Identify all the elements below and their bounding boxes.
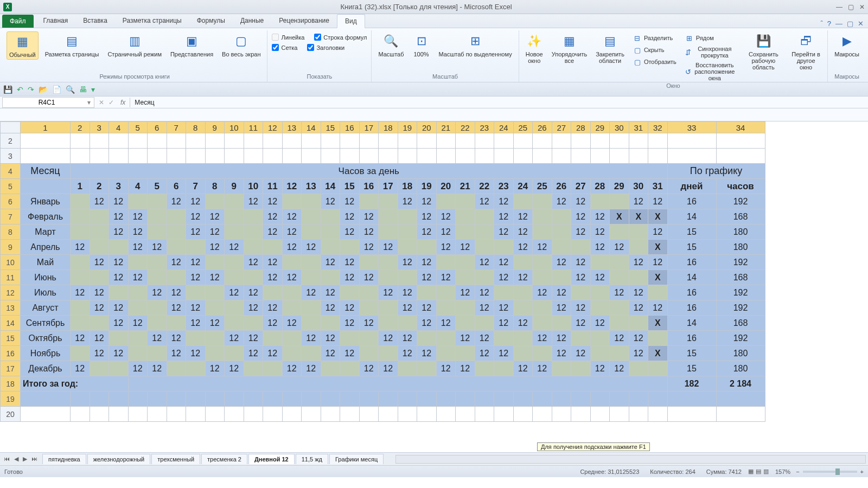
col-header[interactable]: 17 — [360, 121, 379, 133]
cell[interactable] — [244, 133, 264, 149]
cell[interactable]: 12 — [610, 361, 629, 376]
cell[interactable] — [225, 209, 244, 224]
cell[interactable]: 30 — [629, 179, 649, 194]
cell[interactable] — [437, 300, 456, 316]
cell[interactable]: 12 — [417, 224, 437, 240]
cell[interactable] — [398, 240, 418, 255]
cell[interactable]: 2 184 — [717, 376, 765, 391]
cell[interactable]: 168 — [717, 209, 765, 224]
cell[interactable] — [186, 407, 206, 422]
cell[interactable]: 12 — [417, 270, 437, 285]
cell[interactable] — [244, 240, 264, 255]
cell[interactable] — [398, 407, 418, 422]
sync-scroll-button[interactable]: ⇵Синхронная прокрутка — [683, 44, 738, 60]
cell[interactable]: 12 — [475, 300, 495, 316]
cell[interactable] — [591, 255, 610, 270]
cell[interactable]: 12 — [90, 194, 110, 209]
cell[interactable]: 16 — [668, 194, 717, 209]
cell[interactable] — [129, 255, 148, 270]
cell[interactable]: 12 — [206, 361, 225, 376]
cell[interactable] — [456, 300, 475, 316]
cell[interactable] — [129, 376, 668, 391]
cell[interactable]: 12 — [321, 331, 341, 346]
row-header[interactable]: 19 — [0, 391, 21, 407]
cell[interactable]: 12 — [167, 285, 187, 300]
cell[interactable] — [494, 391, 514, 407]
tab-nav-prev-icon[interactable]: ◀ — [12, 455, 20, 463]
cell[interactable]: 12 — [610, 331, 629, 346]
cell[interactable]: 180 — [717, 240, 765, 255]
cell[interactable]: 12 — [283, 209, 302, 224]
cell[interactable] — [90, 240, 110, 255]
cell[interactable]: 168 — [717, 270, 765, 285]
cancel-icon[interactable]: ✕ — [99, 99, 104, 106]
cell[interactable] — [71, 346, 90, 361]
cell[interactable]: 12 — [629, 346, 649, 361]
cell[interactable] — [186, 240, 206, 255]
cell[interactable] — [437, 133, 456, 149]
cell[interactable] — [475, 224, 495, 240]
new-icon[interactable]: 📄 — [52, 85, 61, 94]
doc-min-icon[interactable]: — — [835, 20, 843, 28]
cell[interactable]: 12 — [302, 285, 321, 300]
cell[interactable]: 12 — [263, 255, 283, 270]
tab-nav-last-icon[interactable]: ⏭ — [30, 455, 39, 463]
cell[interactable] — [244, 407, 264, 422]
cell[interactable] — [475, 407, 495, 422]
cell[interactable] — [648, 391, 668, 407]
cell[interactable]: 12 — [417, 209, 437, 224]
cell[interactable] — [533, 346, 552, 361]
cell[interactable] — [263, 391, 283, 407]
cell[interactable] — [379, 316, 398, 331]
cell[interactable] — [591, 300, 610, 316]
cell[interactable]: 12 — [71, 285, 90, 300]
cell[interactable] — [610, 133, 629, 149]
col-header[interactable]: 13 — [283, 121, 302, 133]
cell[interactable] — [263, 361, 283, 376]
cell[interactable] — [71, 316, 90, 331]
cell[interactable] — [379, 194, 398, 209]
cell[interactable] — [514, 331, 533, 346]
cell[interactable] — [360, 300, 379, 316]
cell[interactable]: 12 — [109, 224, 129, 240]
cell[interactable] — [244, 391, 264, 407]
cell[interactable]: 12 — [610, 285, 629, 300]
row-header[interactable]: 15 — [0, 331, 21, 346]
row-header[interactable]: 8 — [0, 224, 21, 240]
cell[interactable] — [263, 133, 283, 149]
cell[interactable] — [494, 149, 514, 164]
cell[interactable] — [321, 209, 341, 224]
sheet-tab[interactable]: Графики месяц — [329, 454, 384, 464]
cell[interactable] — [668, 149, 717, 164]
hide-button[interactable]: ▢Скрыть — [631, 44, 679, 55]
cell[interactable]: 17 — [379, 179, 398, 194]
cell[interactable]: 12 — [552, 194, 572, 209]
cell[interactable] — [90, 407, 110, 422]
cell[interactable]: 12 — [591, 224, 610, 240]
cell[interactable] — [417, 240, 437, 255]
cell[interactable] — [71, 149, 90, 164]
cell[interactable]: 16 — [668, 255, 717, 270]
col-header[interactable]: 18 — [379, 121, 398, 133]
cell[interactable] — [340, 391, 360, 407]
cell[interactable] — [283, 346, 302, 361]
cell[interactable] — [648, 285, 668, 300]
cell[interactable] — [186, 149, 206, 164]
cell[interactable]: 12 — [186, 209, 206, 224]
cell[interactable] — [186, 391, 206, 407]
cell[interactable]: 10 — [244, 179, 264, 194]
cell[interactable]: 12 — [167, 331, 187, 346]
cell[interactable] — [591, 194, 610, 209]
cell[interactable] — [610, 346, 629, 361]
cell[interactable] — [340, 285, 360, 300]
cell[interactable]: 18 — [398, 179, 418, 194]
cell[interactable]: 12 — [417, 194, 437, 209]
cell[interactable] — [494, 240, 514, 255]
cell[interactable]: 12 — [571, 255, 591, 270]
cell[interactable]: 12 — [263, 316, 283, 331]
cell[interactable]: 20 — [437, 179, 456, 194]
row-header[interactable]: 12 — [0, 285, 21, 300]
cell[interactable]: По графику — [668, 164, 765, 179]
cell[interactable]: 12 — [360, 209, 379, 224]
cell[interactable] — [148, 316, 167, 331]
